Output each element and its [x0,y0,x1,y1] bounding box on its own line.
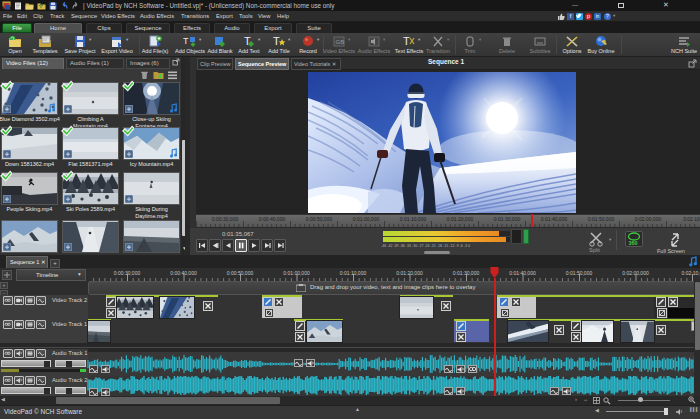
svg-text:0:01:50,000: 0:01:50,000 [588,216,615,222]
svg-text:0:01:40,000: 0:01:40,000 [541,216,568,222]
svg-text:0:01:30,000: 0:01:30,000 [494,216,521,222]
svg-text:0:01:20,000: 0:01:20,000 [396,270,423,276]
svg-text:0:01:20,000: 0:01:20,000 [447,216,474,222]
svg-text:0:01:00,000: 0:01:00,000 [283,270,310,276]
svg-text:0:02:00,000: 0:02:00,000 [622,270,649,276]
svg-text:0:02:10,0: 0:02:10,0 [682,270,700,276]
svg-text:GB: GB [336,39,345,45]
svg-text:0:00:30,000: 0:00:30,000 [212,216,239,222]
svg-text:T: T [403,35,410,47]
svg-text:Full Screen: Full Screen [657,248,685,254]
svg-text:0:01:40,000: 0:01:40,000 [509,270,536,276]
svg-text:0:00:40,000: 0:00:40,000 [170,270,197,276]
svg-text:360: 360 [629,240,638,246]
svg-text:0:00:40,000: 0:00:40,000 [259,216,286,222]
svg-text:0:00:50,000: 0:00:50,000 [227,270,254,276]
svg-text:0:01:30,000: 0:01:30,000 [453,270,480,276]
svg-text:0:00:30,000: 0:00:30,000 [114,270,141,276]
svg-text:0:02:10,00: 0:02:10,00 [683,216,700,222]
svg-text:T: T [183,36,189,46]
svg-text:0:01:00,000: 0:01:00,000 [353,216,380,222]
svg-text:0:00:50,000: 0:00:50,000 [306,216,333,222]
svg-text:0:01:10,000: 0:01:10,000 [400,216,427,222]
svg-text:0:01:50,000: 0:01:50,000 [566,270,593,276]
svg-text:0:01:10,000: 0:01:10,000 [340,270,367,276]
svg-text:T: T [273,35,280,47]
svg-text:Split: Split [589,247,600,253]
svg-text:0:02:00,000: 0:02:00,000 [635,216,662,222]
